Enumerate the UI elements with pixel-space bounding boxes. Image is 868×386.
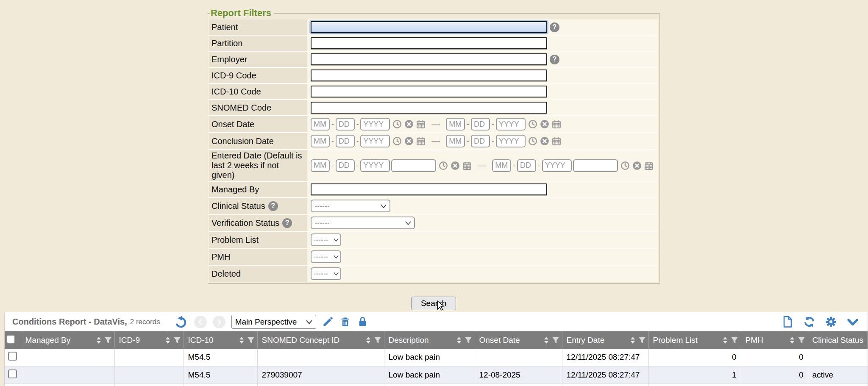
sort-icon[interactable] [365, 336, 371, 344]
icd9-input[interactable] [311, 69, 547, 81]
problem-list-value: ------ [313, 236, 328, 244]
filter-icon[interactable] [552, 336, 559, 344]
help-icon[interactable]: ? [550, 55, 559, 64]
year-input[interactable] [542, 159, 572, 172]
select-all-checkbox[interactable] [6, 335, 15, 344]
date-separator: - [331, 137, 334, 145]
month-input[interactable] [446, 135, 465, 147]
month-input[interactable] [492, 159, 511, 172]
date-separator: - [492, 120, 494, 128]
perspective-select[interactable]: Main Perspective [231, 315, 316, 329]
sort-icon[interactable] [239, 336, 245, 344]
forward-icon[interactable] [213, 316, 225, 328]
sort-icon[interactable] [456, 336, 462, 344]
sort-icon[interactable] [789, 336, 795, 344]
calendar-icon[interactable] [416, 119, 426, 129]
clear-icon[interactable] [404, 136, 414, 146]
icd10-input[interactable] [311, 86, 547, 97]
help-icon[interactable]: ? [550, 22, 559, 32]
filter-icon[interactable] [731, 336, 738, 344]
day-input[interactable] [336, 135, 355, 147]
filter-icon[interactable] [465, 336, 472, 344]
gear-icon[interactable] [825, 316, 837, 328]
lock-icon[interactable] [357, 316, 368, 328]
day-input[interactable] [336, 159, 355, 172]
patient-input[interactable] [311, 21, 547, 33]
help-icon[interactable]: ? [268, 201, 278, 211]
calendar-icon[interactable] [552, 136, 561, 146]
row-checkbox[interactable] [8, 369, 17, 378]
sort-icon[interactable] [722, 336, 728, 344]
sort-icon[interactable] [543, 336, 549, 344]
managed-by-input[interactable] [311, 183, 547, 195]
entered-date-from: - - [311, 159, 472, 172]
clock-icon[interactable] [439, 161, 448, 170]
pmh-select[interactable]: ------ [311, 250, 341, 263]
pmh-label: PMH [211, 252, 230, 262]
cell-snomed [257, 349, 384, 366]
clinical-status-select[interactable]: ------ [311, 200, 390, 212]
deleted-select[interactable]: ------ [311, 267, 341, 280]
clock-icon[interactable] [620, 161, 630, 170]
filter-icon[interactable] [104, 336, 112, 344]
cell-onset-date [475, 349, 562, 366]
sort-icon[interactable] [165, 336, 171, 344]
date-separator: - [538, 161, 540, 170]
problem-list-select[interactable]: ------ [311, 233, 341, 246]
filter-icon[interactable] [638, 336, 646, 344]
day-input[interactable] [517, 159, 536, 172]
year-input[interactable] [360, 159, 390, 172]
col-icd9: ICD-9 [119, 336, 140, 345]
day-input[interactable] [471, 118, 490, 131]
clear-icon[interactable] [632, 161, 642, 170]
new-document-icon[interactable] [782, 316, 794, 328]
filter-icon[interactable] [798, 336, 805, 344]
calendar-icon[interactable] [462, 161, 472, 170]
clock-icon[interactable] [392, 136, 402, 146]
month-input[interactable] [311, 118, 330, 131]
time-input[interactable] [573, 159, 618, 172]
filter-icon[interactable] [173, 336, 181, 344]
calendar-icon[interactable] [552, 119, 561, 129]
snomed-input[interactable] [311, 102, 547, 114]
year-input[interactable] [360, 118, 390, 131]
clock-icon[interactable] [528, 136, 537, 146]
partition-input[interactable] [311, 37, 547, 49]
clear-icon[interactable] [404, 119, 414, 129]
back-icon[interactable] [194, 316, 207, 328]
year-input[interactable] [496, 135, 526, 147]
day-input[interactable] [336, 118, 355, 131]
filter-icon[interactable] [247, 336, 255, 344]
help-icon[interactable]: ? [282, 218, 292, 228]
filter-icon[interactable] [374, 336, 381, 344]
month-input[interactable] [311, 135, 330, 147]
employer-input[interactable] [311, 53, 547, 65]
collapse-chevron-icon[interactable] [846, 316, 859, 328]
refresh-icon[interactable] [803, 316, 815, 328]
month-input[interactable] [446, 118, 465, 131]
delete-icon[interactable] [339, 316, 351, 328]
calendar-icon[interactable] [416, 136, 426, 146]
verification-status-select[interactable]: ------ [311, 217, 415, 229]
row-checkbox[interactable] [8, 352, 17, 361]
sort-icon[interactable] [630, 336, 636, 344]
edit-icon[interactable] [322, 316, 334, 328]
month-input[interactable] [311, 159, 330, 172]
deleted-label: Deleted [211, 269, 241, 279]
clear-icon[interactable] [451, 161, 460, 170]
sort-icon[interactable] [96, 336, 102, 344]
conclusion-date-label: Conclusion Date [211, 136, 274, 146]
clock-icon[interactable] [392, 119, 402, 129]
report-title: Conditions Report - DataVis, [12, 317, 127, 327]
cell-clinical-status: active [808, 366, 868, 383]
time-input[interactable] [391, 159, 436, 172]
calendar-icon[interactable] [644, 161, 654, 170]
clear-icon[interactable] [540, 136, 549, 146]
day-input[interactable] [471, 135, 490, 147]
undo-icon[interactable] [175, 315, 188, 328]
search-button[interactable]: Search [411, 297, 456, 310]
year-input[interactable] [360, 135, 390, 147]
year-input[interactable] [496, 118, 526, 131]
clock-icon[interactable] [528, 119, 537, 129]
clear-icon[interactable] [540, 119, 549, 129]
